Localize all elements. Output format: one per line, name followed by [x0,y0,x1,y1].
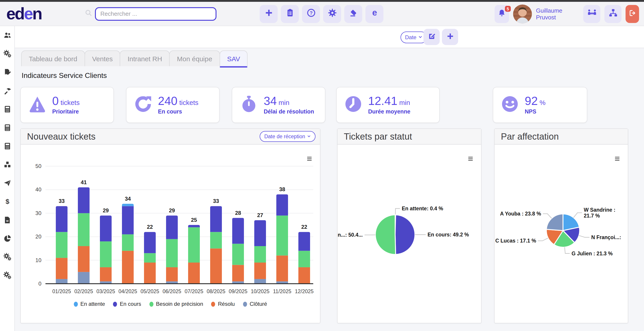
tab-tableau-de-bord[interactable]: Tableau de bord [21,51,85,66]
eden-logo[interactable]: eden [6,6,61,22]
sign-out-icon [628,9,636,19]
section-title: Indicateurs Service Clients [22,72,107,80]
kpi-label: Délai de résolution [264,109,314,115]
user-name[interactable]: Guillaume Pruvost [536,7,579,21]
svg-text:50: 50 [35,163,42,169]
bar-segment [56,206,68,232]
bar-segment [100,215,112,241]
tab-ventes[interactable]: Ventes [84,51,120,66]
bar-segment [78,213,90,246]
tab-sav[interactable]: SAV [220,51,248,68]
bar-segment [122,206,134,234]
svg-text:e: e [372,8,377,17]
tab-intranet-rh[interactable]: Intranet RH [120,51,170,66]
bar-total-label: 29 [103,207,109,213]
legend-label: Clôturé [250,301,267,307]
sidebar-item-9[interactable]: $ [3,198,12,206]
eden-home-button[interactable]: e [366,5,384,23]
sidebar-item-5[interactable] [3,124,12,132]
clean-button[interactable] [344,5,362,23]
kpi-card-en-cours: 240tickets En cours [126,87,220,123]
svg-text:?: ? [310,10,312,16]
search-area [61,7,216,21]
bar-segment [298,267,310,284]
legend-item[interactable]: En cours [113,301,141,307]
sidebar-item-11[interactable] [3,235,12,243]
bar-segment [254,246,266,262]
people-exchange-button[interactable] [583,5,600,23]
help-button[interactable]: ? [302,5,320,23]
bar-segment [122,234,134,251]
legend-item[interactable]: En attente [74,301,105,307]
sidebar-item-2[interactable] [3,69,12,77]
window-top-strip [0,0,644,2]
sidebar-item-6[interactable] [3,143,12,151]
bar-segment [254,220,266,246]
bar-segment [100,241,112,267]
sidebar-item-3[interactable] [3,87,12,96]
pie-label: En cours: 49.2 % [428,232,469,238]
legend-item[interactable]: Besoin de précision [149,301,203,307]
logout-button[interactable] [626,5,639,23]
bar-segment [210,206,222,232]
kpi-label: Durée moyenne [368,109,410,115]
legend-dot [243,301,247,306]
sidebar-item-8[interactable] [3,180,12,188]
sidebar-item-1[interactable] [3,51,12,59]
sidebar-item-4[interactable] [3,106,12,114]
bar-segment [188,227,200,262]
logo-letter: n [32,5,42,23]
sidebar-item-0[interactable] [3,32,12,40]
svg-text:10: 10 [35,257,42,263]
chart-menu-icon[interactable] [467,155,474,164]
add-widget-button[interactable] [442,29,458,45]
tab-mon-quipe[interactable]: Mon équipe [169,51,220,66]
sidebar-item-10[interactable]: w [3,217,12,225]
sidebar-item-7[interactable] [3,161,12,169]
tasks-button[interactable] [281,5,299,23]
notifications-button[interactable]: 5 [494,5,509,23]
pie-leader-line [543,214,552,218]
legend-dot [74,301,78,306]
x-axis-label: 09/2025 [228,288,247,294]
bar-segment [122,204,134,206]
clipboard-list-icon [285,8,294,19]
bar-segment [276,256,288,281]
x-axis-label: 08/2025 [206,288,225,294]
smiley-icon [500,95,519,115]
search-input[interactable] [95,7,216,21]
reception-date-dropdown[interactable]: Date de réception [260,131,316,142]
avatar[interactable] [513,4,532,23]
sidebar-item-13[interactable] [3,272,12,280]
x-axis-label: 03/2025 [96,288,115,294]
gears-icon [3,49,12,60]
chart-menu-icon[interactable] [306,155,313,164]
panel-par-affectation: Par affectation W Sandrine :21.7 %N Fran… [494,128,628,323]
legend-item[interactable]: Clôturé [243,301,267,307]
bar-total-label: 27 [257,212,263,218]
add-button[interactable] [260,5,278,23]
bar-total-label: 25 [191,217,197,223]
bar-total-label: 22 [301,224,307,230]
sidebar-item-12[interactable] [3,253,12,262]
org-chart-button[interactable] [604,5,622,23]
legend-item[interactable]: Résolu [211,301,235,307]
kpi-unit: min [399,99,410,106]
pie-label: En attente: 0.4 % [402,206,443,211]
chart-menu-icon[interactable] [614,155,620,164]
kpi-unit: % [540,99,546,106]
stacked-bar-chart: 010203040503301/20254102/20252903/202534… [21,145,321,323]
pie-leader-line [574,213,582,218]
kpi-value: 0 [52,94,59,108]
bar-segment [166,267,178,281]
edit-dashboard-button[interactable] [424,29,440,45]
topbar: eden ?e 5 Guillaume Pruvost [0,2,644,26]
chevron-down-icon [418,34,423,41]
logo-letter: e [6,5,15,23]
settings-button[interactable] [323,5,341,23]
bar-segment [254,279,266,284]
date-filter-dropdown[interactable]: Date [400,32,427,43]
legend-label: En cours [120,301,141,307]
search-icon [84,9,92,19]
pie-label: n...: 50.4... [338,232,363,238]
